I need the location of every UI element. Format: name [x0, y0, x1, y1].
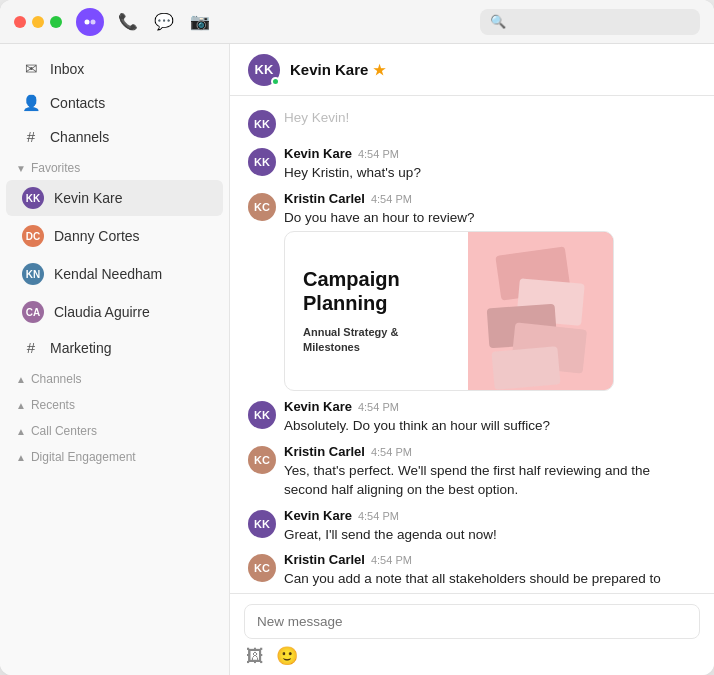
message-time: 4:54 PM	[358, 401, 399, 413]
message-sender: Kristin Carlel	[284, 191, 365, 206]
chat-input-area: 🖼 🙂	[230, 593, 714, 675]
message-text: Yes, that's perfect. We'll spend the fir…	[284, 461, 696, 500]
message-header: Kristin Carlel 4:54 PM	[284, 444, 696, 459]
sidebar-label-kendal-needham: Kendal Needham	[54, 266, 162, 282]
sidebar-item-contacts[interactable]: 👤 Contacts	[6, 87, 223, 119]
hash-icon: #	[22, 128, 40, 145]
favorites-section-header[interactable]: ▼ Favorites	[0, 153, 229, 179]
star-icon: ★	[373, 62, 386, 78]
chevron-right-icon: ▲	[16, 374, 26, 385]
message-sender: Kevin Kare	[284, 146, 352, 161]
recents-section-label: Recents	[31, 398, 75, 412]
chevron-right-digital-icon: ▲	[16, 452, 26, 463]
app-window: 📞 💬 📷 🔍 ✉ Inbox 👤 Contacts # Channels	[0, 0, 714, 675]
sidebar-label-contacts: Contacts	[50, 95, 105, 111]
message-input[interactable]	[244, 604, 700, 639]
digital-engagement-section-header[interactable]: ▲ Digital Engagement	[0, 442, 229, 468]
avatar: KC	[248, 193, 276, 221]
sidebar-label-danny-cortes: Danny Cortes	[54, 228, 140, 244]
maximize-button[interactable]	[50, 16, 62, 28]
message-row: KK Kevin Kare 4:54 PM Great, I'll send t…	[248, 508, 696, 545]
message-text: Do you have an hour to review?	[284, 208, 696, 228]
sidebar-item-kendal-needham[interactable]: KN Kendal Needham	[6, 256, 223, 292]
call-centers-section-header[interactable]: ▲ Call Centers	[0, 416, 229, 442]
message-header: Kristin Carlel 4:54 PM	[284, 191, 696, 206]
message-text: Hey Kevin!	[284, 108, 696, 128]
message-text: Absolutely. Do you think an hour will su…	[284, 416, 696, 436]
card-image	[468, 232, 613, 390]
message-header: Kevin Kare 4:54 PM	[284, 508, 696, 523]
emoji-icon[interactable]: 🙂	[276, 645, 298, 667]
phone-icon[interactable]: 📞	[118, 12, 138, 31]
chat-name-text: Kevin Kare	[290, 61, 368, 78]
message-time: 4:54 PM	[371, 193, 412, 205]
message-row: KC Kristin Carlel 4:54 PM Can you add a …	[248, 552, 696, 593]
call-centers-section-label: Call Centers	[31, 424, 97, 438]
message-content: Kevin Kare 4:54 PM Hey Kristin, what's u…	[284, 146, 696, 183]
message-sender: Kristin Carlel	[284, 444, 365, 459]
sidebar-item-danny-cortes[interactable]: DC Danny Cortes	[6, 218, 223, 254]
sidebar-item-inbox[interactable]: ✉ Inbox	[6, 53, 223, 85]
chevron-right-recents-icon: ▲	[16, 400, 26, 411]
avatar: KC	[248, 554, 276, 582]
message-sender: Kristin Carlel	[284, 552, 365, 567]
avatar: KK	[248, 110, 276, 138]
inbox-icon: ✉	[22, 60, 40, 78]
recents-section-header[interactable]: ▲ Recents	[0, 390, 229, 416]
message-text: Great, I'll send the agenda out now!	[284, 525, 696, 545]
sidebar-item-marketing[interactable]: # Marketing	[6, 332, 223, 363]
message-content: Kristin Carlel 4:54 PM Do you have an ho…	[284, 191, 696, 392]
message-row: KC Kristin Carlel 4:54 PM Yes, that's pe…	[248, 444, 696, 500]
avatar-claudia-aguirre: CA	[22, 301, 44, 323]
video-icon[interactable]: 📷	[190, 12, 210, 31]
avatar: KC	[248, 446, 276, 474]
message-content: Kevin Kare 4:54 PM Great, I'll send the …	[284, 508, 696, 545]
search-bar[interactable]: 🔍	[480, 9, 700, 35]
message-row: KK Kevin Kare 4:54 PM Absolutely. Do you…	[248, 399, 696, 436]
chevron-right-callcenters-icon: ▲	[16, 426, 26, 437]
card-attachment[interactable]: Campaign Planning Annual Strategy & Mile…	[284, 231, 614, 391]
channels-section-header[interactable]: ▲ Channels	[0, 364, 229, 390]
svg-point-1	[91, 19, 96, 24]
card-title: Campaign Planning	[303, 267, 450, 315]
sidebar-item-channels[interactable]: # Channels	[6, 121, 223, 152]
message-row: KC Kristin Carlel 4:54 PM Do you have an…	[248, 191, 696, 392]
avatar-kevin-kare: KK	[22, 187, 44, 209]
message-header: Kevin Kare 4:54 PM	[284, 399, 696, 414]
card-text-part: Campaign Planning Annual Strategy & Mile…	[285, 232, 468, 390]
message-time: 4:54 PM	[371, 554, 412, 566]
message-content: Hey Kevin!	[284, 108, 696, 128]
main-area: ✉ Inbox 👤 Contacts # Channels ▼ Favorite…	[0, 44, 714, 675]
message-text: Hey Kristin, what's up?	[284, 163, 696, 183]
message-content: Kristin Carlel 4:54 PM Yes, that's perfe…	[284, 444, 696, 500]
sidebar: ✉ Inbox 👤 Contacts # Channels ▼ Favorite…	[0, 44, 230, 675]
message-time: 4:54 PM	[358, 510, 399, 522]
message-sender: Kevin Kare	[284, 399, 352, 414]
sidebar-item-claudia-aguirre[interactable]: CA Claudia Aguirre	[6, 294, 223, 330]
message-time: 4:54 PM	[358, 148, 399, 160]
traffic-lights	[14, 16, 62, 28]
message-header: Kristin Carlel 4:54 PM	[284, 552, 696, 567]
titlebar: 📞 💬 📷 🔍	[0, 0, 714, 44]
favorites-label: Favorites	[31, 161, 80, 175]
online-status-dot	[271, 77, 280, 86]
close-button[interactable]	[14, 16, 26, 28]
avatar: KK	[248, 510, 276, 538]
titlebar-action-icons: 📞 💬 📷	[118, 12, 210, 31]
chat-contact-avatar: KK	[248, 54, 280, 86]
avatar: KK	[248, 401, 276, 429]
svg-point-0	[85, 19, 90, 24]
app-logo	[76, 8, 104, 36]
search-icon: 🔍	[490, 14, 506, 29]
message-content: Kristin Carlel 4:54 PM Can you add a not…	[284, 552, 696, 593]
chat-icon[interactable]: 💬	[154, 12, 174, 31]
svg-rect-7	[491, 346, 560, 390]
message-row: KK Kevin Kare 4:54 PM Hey Kristin, what'…	[248, 146, 696, 183]
hash-marketing-icon: #	[22, 339, 40, 356]
sidebar-item-kevin-kare[interactable]: KK Kevin Kare	[6, 180, 223, 216]
minimize-button[interactable]	[32, 16, 44, 28]
messages-container[interactable]: KK Hey Kevin! KK Kevin Kare 4:54 PM Hey …	[230, 96, 714, 593]
image-upload-icon[interactable]: 🖼	[246, 646, 264, 667]
chat-header: KK Kevin Kare ★	[230, 44, 714, 96]
message-row: KK Hey Kevin!	[248, 108, 696, 138]
